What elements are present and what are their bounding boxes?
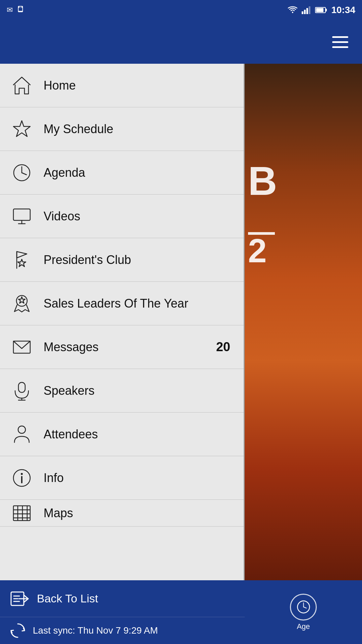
battery-icon [315,6,327,14]
nav-label-agenda: Agenda [44,166,85,180]
nav-item-attendees[interactable]: Attendees [0,413,244,456]
svg-rect-7 [309,6,310,14]
left-bottom: Back To List Last sync: Thu Nov 7 9:29 A… [0,580,245,644]
bottom-section: Back To List Last sync: Thu Nov 7 9:29 A… [0,580,362,644]
nav-label-attendees: Attendees [44,427,98,441]
app-header [0,20,362,64]
hamburger-line-1 [332,36,348,38]
nav-item-messages[interactable]: Messages 20 [0,325,244,369]
hamburger-line-2 [332,41,348,43]
svg-line-44 [303,607,306,608]
award-icon [10,292,34,315]
svg-point-3 [292,12,293,13]
nav-label-home: Home [44,78,76,93]
svg-rect-4 [302,11,303,14]
home-icon [10,74,34,97]
svg-rect-9 [325,9,327,11]
nav-label-my-schedule: My Schedule [44,122,113,136]
messages-badge: 20 [216,340,230,354]
right-panel: B — 2 [245,64,362,604]
svg-rect-30 [13,506,30,521]
back-icon [8,588,30,609]
nav-label-speakers: Speakers [44,384,95,398]
monitor-icon [10,205,34,228]
right-bottom-area: Age [245,580,362,644]
back-to-list-label: Back To List [37,592,98,605]
nav-item-presidents-club[interactable]: President's Club [0,238,244,282]
svg-point-26 [18,426,25,433]
nav-item-agenda[interactable]: Agenda [0,151,244,195]
wifi-icon [288,6,298,14]
sync-icon [8,622,27,640]
svg-rect-10 [316,8,323,12]
svg-marker-11 [13,121,30,137]
svg-point-29 [21,473,23,475]
email-status-icon: ✉ [7,6,13,14]
svg-rect-5 [304,10,306,14]
nav-label-sales-leaders: Sales Leaders Of The Year [44,297,188,311]
info-icon [10,466,34,490]
person-icon [10,423,34,446]
right-panel-letter-b: B [248,158,277,204]
hamburger-menu-button[interactable] [328,30,352,54]
nav-label-info: Info [44,471,64,485]
svg-marker-21 [18,297,25,303]
svg-rect-15 [13,209,30,220]
presidents-club-icon [10,248,34,272]
signal-icon [302,6,311,14]
svg-line-14 [22,173,26,175]
sim-status-icon [17,5,24,15]
sync-row: Last sync: Thu Nov 7 9:29 AM [0,617,245,644]
nav-item-maps[interactable]: Maps [0,500,244,527]
nav-label-messages: Messages [44,340,99,354]
svg-rect-6 [306,8,308,14]
svg-rect-1 [19,8,22,11]
nav-label-maps: Maps [44,506,73,520]
agenda-small-label: Age [297,622,310,631]
agenda-circle-button[interactable] [290,594,317,621]
status-bar-right-icons: 10:34 [288,5,355,15]
nav-label-videos: Videos [44,209,80,223]
envelope-icon [10,335,34,359]
svg-rect-2 [19,7,21,8]
status-bar: ✉ [0,0,362,20]
nav-item-info[interactable]: Info [0,456,244,500]
nav-item-home[interactable]: Home [0,64,244,107]
hamburger-line-3 [332,46,348,48]
map-icon [10,501,34,525]
clock-icon [10,161,34,184]
sidebar: Home My Schedule Agenda [0,64,245,604]
svg-marker-19 [18,259,26,267]
nav-item-speakers[interactable]: Speakers [0,369,244,413]
main-area: Home My Schedule Agenda [0,64,362,604]
back-to-list-button[interactable]: Back To List [0,580,245,617]
agenda-small-icon [296,599,311,614]
star-icon [10,117,34,141]
sync-label: Last sync: Thu Nov 7 9:29 AM [33,625,158,636]
nav-item-my-schedule[interactable]: My Schedule [0,107,244,151]
nav-item-sales-leaders[interactable]: Sales Leaders Of The Year [0,282,244,325]
status-bar-left-icons: ✉ [7,5,24,15]
status-time: 10:34 [331,5,355,15]
svg-rect-23 [18,382,25,392]
microphone-icon [10,379,34,402]
nav-item-videos[interactable]: Videos [0,195,244,238]
right-panel-number-2: 2 [248,231,267,270]
nav-label-presidents-club: President's Club [44,253,131,267]
